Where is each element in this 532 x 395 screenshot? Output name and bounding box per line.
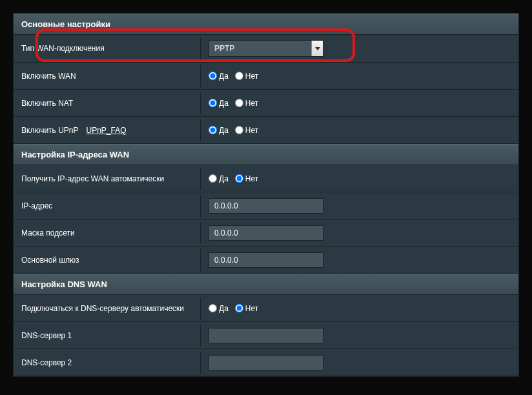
enable-nat-row: Включить NAT Да Нет — [14, 90, 518, 117]
auto-ip-no-radio[interactable] — [235, 174, 243, 183]
dns2-row: DNS-сервер 2 — [14, 349, 518, 376]
auto-ip-yes-label[interactable]: Да — [219, 174, 229, 183]
subnet-mask-input[interactable] — [209, 225, 323, 241]
enable-upnp-no-radio[interactable] — [235, 126, 243, 134]
enable-nat-yes-label[interactable]: Да — [219, 99, 229, 108]
dns2-label: DNS-сервер 2 — [14, 352, 201, 374]
auto-dns-label: Подключаться к DNS-серверу автоматически — [14, 298, 201, 319]
subnet-mask-label: Маска подсети — [14, 222, 201, 244]
enable-nat-no-label[interactable]: Нет — [245, 99, 258, 108]
ip-address-row: IP-адрес — [14, 192, 518, 219]
enable-wan-yes-radio[interactable] — [209, 72, 217, 80]
dns1-label: DNS-сервер 1 — [14, 325, 201, 347]
enable-wan-yes-label[interactable]: Да — [219, 72, 229, 81]
ip-address-label: IP-адрес — [14, 195, 201, 217]
ip-address-input[interactable] — [209, 198, 323, 214]
basic-settings-section: Основные настройки Тип WAN-подключения P… — [14, 14, 518, 144]
enable-wan-label: Включить WAN — [14, 65, 201, 87]
wan-type-select-value: PPTP — [209, 40, 323, 57]
enable-upnp-radio-group: Да Нет — [209, 126, 262, 135]
dns2-input[interactable] — [209, 355, 323, 370]
basic-settings-header: Основные настройки — [14, 14, 518, 35]
auto-ip-yes-radio[interactable] — [209, 174, 217, 183]
enable-nat-radio-group: Да Нет — [209, 99, 262, 108]
gateway-input[interactable] — [209, 252, 323, 268]
gateway-label: Основной шлюз — [14, 249, 201, 271]
enable-wan-row: Включить WAN Да Нет — [14, 63, 518, 90]
dns1-row: DNS-сервер 1 — [14, 322, 518, 349]
enable-nat-label: Включить NAT — [14, 92, 201, 114]
enable-nat-no-radio[interactable] — [235, 99, 243, 107]
enable-wan-radio-group: Да Нет — [209, 72, 262, 81]
settings-panel: Основные настройки Тип WAN-подключения P… — [13, 13, 519, 377]
enable-upnp-label: Включить UPnP — [21, 126, 79, 135]
enable-upnp-yes-label[interactable]: Да — [219, 126, 229, 135]
wan-type-label: Тип WAN-подключения — [14, 37, 201, 59]
auto-ip-radio-group: Да Нет — [209, 174, 262, 183]
enable-upnp-yes-radio[interactable] — [209, 126, 217, 134]
upnp-faq-link[interactable]: UPnP_FAQ — [87, 126, 127, 135]
wan-ip-section: Настройка IP-адреса WAN Получить IP-адре… — [14, 144, 518, 274]
auto-dns-no-label[interactable]: Нет — [245, 304, 258, 313]
auto-dns-yes-label[interactable]: Да — [219, 304, 229, 313]
auto-dns-yes-radio[interactable] — [209, 304, 217, 312]
gateway-row: Основной шлюз — [14, 247, 518, 274]
auto-ip-label: Получить IP-адрес WAN автоматически — [14, 168, 201, 190]
subnet-mask-row: Маска подсети — [14, 219, 518, 247]
wan-type-row: Тип WAN-подключения PPTP — [14, 35, 518, 63]
enable-wan-no-radio[interactable] — [235, 72, 243, 80]
enable-upnp-row: Включить UPnP UPnP_FAQ Да Нет — [14, 117, 518, 144]
dns1-input[interactable] — [209, 328, 323, 343]
auto-ip-no-label[interactable]: Нет — [245, 174, 258, 183]
enable-upnp-no-label[interactable]: Нет — [245, 126, 258, 135]
auto-dns-radio-group: Да Нет — [209, 304, 262, 313]
dns-header: Настройка DNS WAN — [14, 274, 518, 295]
auto-dns-no-radio[interactable] — [235, 304, 243, 312]
auto-dns-row: Подключаться к DNS-серверу автоматически… — [14, 295, 518, 322]
enable-nat-yes-radio[interactable] — [209, 99, 217, 107]
auto-ip-row: Получить IP-адрес WAN автоматически Да Н… — [14, 165, 518, 192]
dns-section: Настройка DNS WAN Подключаться к DNS-сер… — [14, 274, 518, 376]
enable-wan-no-label[interactable]: Нет — [245, 72, 258, 81]
wan-ip-header: Настройка IP-адреса WAN — [14, 144, 518, 165]
wan-type-select[interactable]: PPTP — [209, 40, 323, 57]
